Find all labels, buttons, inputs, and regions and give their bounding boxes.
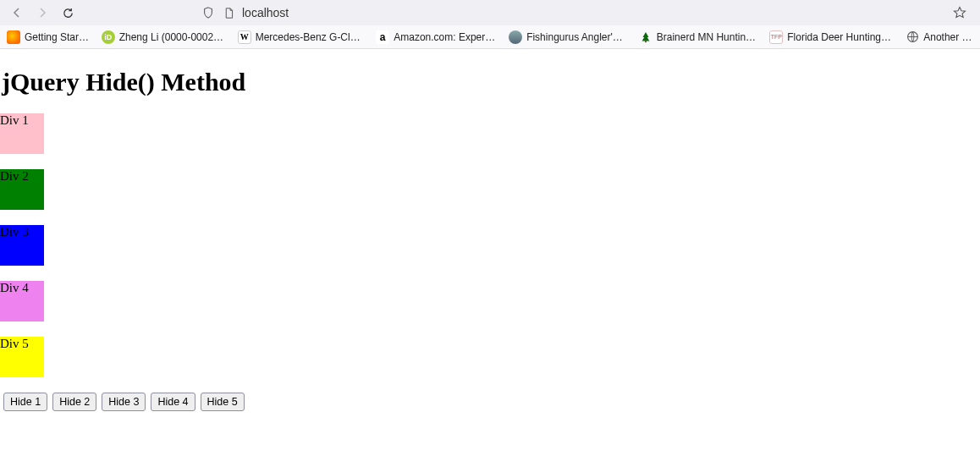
bookmark-florida-deer[interactable]: TFP Florida Deer Hunting S... [769,30,894,44]
svg-rect-0 [645,41,647,42]
amazon-icon: a [376,30,389,44]
globe-icon [906,30,919,44]
bookmark-another[interactable]: Another res [906,30,973,44]
fish-icon [509,30,522,44]
hide-3-button[interactable]: Hide 3 [102,393,146,411]
bookmark-label: Zheng Li (0000-0002-3... [119,31,226,43]
reload-button[interactable] [58,3,78,23]
url-text: localhost [242,6,289,19]
reload-icon [62,7,74,19]
browser-toolbar: localhost [0,0,980,25]
hide-5-button[interactable]: Hide 5 [201,393,245,411]
bookmark-label: Amazon.com: ExpertP... [394,31,497,43]
forward-button[interactable] [32,3,52,23]
page-content: jQuery Hide() Method Div 1 Div 2 Div 3 D… [0,49,980,411]
bookmark-zheng-li[interactable]: iD Zheng Li (0000-0002-3... [102,30,226,44]
page-icon [222,6,235,19]
div-label: Div 3 [0,225,29,239]
bookmark-fishingurus[interactable]: Fishingurus Angler's I... [509,30,627,44]
tfp-icon: TFP [769,30,783,44]
arrow-right-icon [36,6,49,19]
div-1: Div 1 [0,113,44,154]
button-row: Hide 1 Hide 2 Hide 3 Hide 4 Hide 5 [0,393,980,411]
hide-4-button[interactable]: Hide 4 [151,393,195,411]
arrow-left-icon [10,6,24,19]
div-label: Div 1 [0,113,29,127]
bookmark-label: Getting Started [25,31,90,43]
bookmark-getting-started[interactable]: Getting Started [7,30,90,44]
address-bar[interactable]: localhost [201,2,944,24]
bookmarks-bar: Getting Started iD Zheng Li (0000-0002-3… [0,25,980,49]
bookmark-label: Florida Deer Hunting S... [787,31,894,43]
tree-icon [639,30,652,44]
bookmark-star-button[interactable] [950,3,970,23]
bookmark-amazon[interactable]: a Amazon.com: ExpertP... [376,30,497,44]
page-heading: jQuery Hide() Method [0,68,980,96]
div-label: Div 2 [0,169,29,183]
bookmark-brainerd[interactable]: Brainerd MN Hunting ... [639,30,758,44]
back-button[interactable] [7,3,27,23]
div-2: Div 2 [0,169,44,210]
div-label: Div 4 [0,281,29,294]
div-container: Div 1 Div 2 Div 3 Div 4 Div 5 [0,113,980,377]
div-3: Div 3 [0,225,44,266]
bookmark-label: Fishingurus Angler's I... [526,31,627,43]
star-icon [953,6,966,19]
bookmark-mercedes[interactable]: W Mercedes-Benz G-Clas... [238,30,365,44]
bookmark-label: Mercedes-Benz G-Clas... [256,31,365,43]
hide-2-button[interactable]: Hide 2 [52,393,96,411]
hide-1-button[interactable]: Hide 1 [3,393,47,411]
div-5: Div 5 [0,337,44,377]
bookmark-label: Brainerd MN Hunting ... [657,31,758,43]
wikipedia-icon: W [238,30,251,44]
firefox-icon [7,30,20,44]
div-label: Div 5 [0,337,29,350]
shield-icon [201,6,215,19]
div-4: Div 4 [0,281,44,321]
orcid-icon: iD [102,30,115,44]
bookmark-label: Another res [923,31,973,43]
